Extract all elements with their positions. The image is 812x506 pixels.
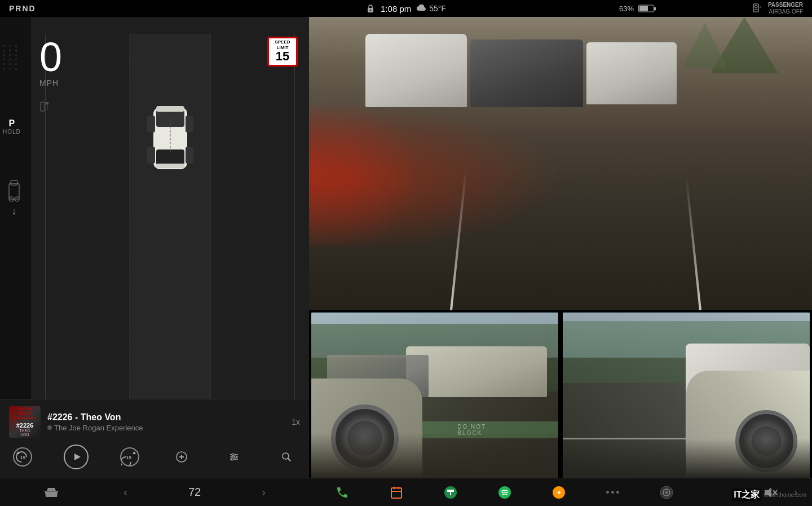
nav-prev-button[interactable]: ‹	[120, 482, 131, 502]
battery-percent: 63%	[619, 5, 634, 13]
search-button[interactable]	[275, 446, 298, 468]
website-url: www.ithome.com	[764, 492, 806, 498]
speed-unit: MPH	[39, 78, 62, 87]
add-to-playlist-button[interactable]	[170, 446, 193, 468]
svg-text:15: 15	[20, 455, 25, 460]
skip-back-button[interactable]: 15	[11, 446, 34, 468]
main-layout: 0 MPH SPEEDLIMIT 15 P HOLD	[0, 17, 812, 478]
svg-text:2: 2	[760, 5, 762, 8]
gear-info: P HOLD	[3, 118, 21, 135]
svg-rect-38	[46, 491, 57, 492]
spotify-nav-button[interactable]	[495, 482, 515, 503]
side-cameras: DO NOTBLOCK	[309, 310, 812, 478]
svg-marker-25	[133, 451, 136, 454]
speed-limit-sign: SPEEDLIMIT 15	[267, 37, 298, 67]
passenger-airbag-icon: 2	[752, 2, 765, 15]
music-info: #2226 - Theo Von The Joe Rogan Experienc…	[47, 412, 292, 432]
svg-point-33	[232, 454, 234, 456]
car-side-icon	[7, 175, 21, 203]
nav-left: ‹ 72 ›	[0, 482, 309, 503]
rear-camera-view	[309, 17, 812, 310]
svg-rect-9	[11, 181, 17, 185]
games-nav-button[interactable]: ✦	[549, 482, 569, 503]
driving-view: 0 MPH SPEEDLIMIT 15 P HOLD	[0, 17, 309, 478]
music-panel: THE JOEROGANEXPERIENCE #2226 THEOVON #22…	[0, 399, 309, 478]
bottom-nav: ‹ 72 ›	[0, 478, 812, 506]
status-bar-right: 2 PASSENGER AIRBAG OFF	[752, 2, 803, 15]
svg-marker-24	[74, 454, 81, 460]
music-controls: 15	[9, 445, 300, 469]
car-topdown-view	[145, 90, 196, 188]
svg-point-1	[370, 10, 372, 11]
svg-rect-39	[391, 488, 401, 498]
prnd-indicator: PRND	[9, 4, 36, 13]
status-bar-center: 1:08 pm 55°F	[366, 4, 446, 14]
svg-point-49	[665, 491, 668, 494]
music-podcast: The Joe Rogan Experience	[47, 424, 292, 432]
watermark: IT之家 www.ithome.com	[732, 489, 806, 501]
album-art: THE JOEROGANEXPERIENCE #2226 THEOVON	[9, 406, 41, 438]
status-bar: PRND 1:08 pm 55°F 63% 2	[0, 0, 812, 17]
time-display: 1:08 pm	[381, 4, 411, 14]
ithome-logo: IT之家	[732, 489, 761, 501]
status-bar-left: PRND	[9, 4, 36, 13]
right-camera-view	[563, 313, 810, 478]
scroll-down-arrow: ↓	[12, 205, 17, 217]
skip-forward-button[interactable]: 15	[118, 446, 141, 468]
car-nav-button[interactable]	[40, 482, 63, 503]
svg-point-3	[754, 5, 757, 8]
temperature-display: 55°F	[429, 4, 446, 13]
left-panel: 0 MPH SPEEDLIMIT 15 P HOLD	[0, 17, 309, 478]
left-camera-view: DO NOTBLOCK	[311, 313, 558, 478]
right-chevron-icon: ›	[262, 486, 266, 499]
svg-point-35	[231, 458, 233, 460]
equalizer-button[interactable]	[223, 446, 245, 468]
lane-visualization	[31, 17, 309, 399]
play-button[interactable]	[64, 445, 89, 469]
nav-next-button[interactable]: ›	[258, 482, 269, 502]
more-nav-button[interactable]	[603, 487, 623, 497]
battery-indicator	[638, 5, 654, 12]
speed-limit-number: 15	[269, 50, 296, 63]
lane-assist-icon	[39, 100, 55, 113]
svg-text:✦: ✦	[555, 489, 562, 497]
svg-line-37	[288, 459, 290, 461]
svg-point-34	[235, 456, 237, 458]
app-nav-button[interactable]	[440, 482, 461, 503]
svg-rect-15	[156, 106, 184, 112]
svg-rect-17	[147, 116, 155, 133]
svg-rect-19	[147, 147, 155, 164]
gear-sub: HOLD	[3, 129, 21, 135]
cloud-icon	[417, 5, 427, 12]
svg-rect-16	[156, 164, 184, 168]
playback-speed: 1x	[292, 417, 300, 426]
phone-nav-button[interactable]	[332, 482, 352, 503]
dot-grid	[3, 45, 19, 69]
speed-number: 0	[39, 37, 62, 77]
podcast-icon	[47, 425, 52, 430]
temperature-control: 72	[188, 486, 201, 499]
svg-rect-5	[41, 102, 45, 111]
nav-center: ✦	[309, 482, 699, 503]
speed-display: 0 MPH	[39, 37, 62, 87]
right-panel: DO NOTBLOCK	[309, 17, 812, 478]
music-title: #2226 - Theo Von	[47, 412, 292, 423]
autopilot-icons	[39, 100, 55, 113]
airbag-status: PASSENGER AIRBAG OFF	[768, 2, 803, 15]
skip-forward-circle: 15	[120, 447, 139, 467]
scroll-indicator: ↓	[7, 175, 21, 217]
calendar-nav-button[interactable]	[386, 482, 407, 503]
left-chevron-icon: ‹	[123, 486, 127, 499]
lock-icon	[366, 4, 375, 13]
skip-back-circle: 15	[13, 447, 32, 467]
weather-display: 55°F	[417, 4, 446, 13]
it-logo-text: IT之家	[732, 489, 761, 501]
svg-rect-6	[46, 102, 48, 104]
gear-label: P	[9, 118, 15, 129]
svg-rect-20	[186, 147, 193, 164]
svg-text:15: 15	[126, 455, 131, 460]
camera-nav-button[interactable]	[656, 482, 677, 503]
svg-rect-18	[186, 116, 193, 133]
